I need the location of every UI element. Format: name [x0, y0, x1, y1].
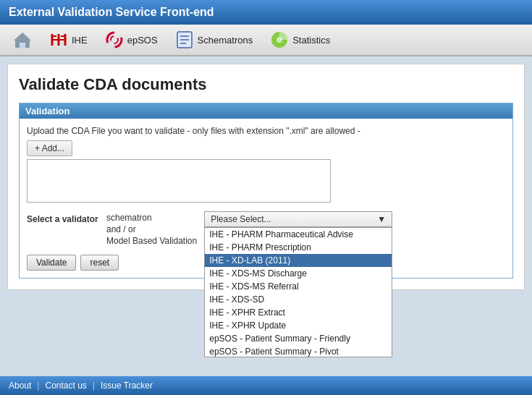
ihe-label: IHE: [72, 35, 88, 46]
validator-dropdown[interactable]: Please Select... ▼: [204, 211, 392, 227]
dropdown-option-8[interactable]: epSOS - Patient Summary - Friendly: [205, 332, 392, 345]
validator-type-andor: and / or: [106, 224, 197, 234]
dropdown-option-9[interactable]: epSOS - Patient Summary - Pivot: [205, 345, 392, 357]
reset-button[interactable]: reset: [80, 255, 119, 271]
validation-panel-body: Upload the CDA File you want to validate…: [20, 119, 512, 278]
dropdown-option-4[interactable]: IHE - XDS-MS Referral: [205, 280, 392, 293]
add-file-button[interactable]: + Add...: [27, 140, 72, 156]
svg-point-10: [111, 36, 118, 43]
dropdown-list[interactable]: IHE - PHARM Pharmaceutical Advise IHE - …: [204, 227, 392, 357]
ihe-icon: [49, 31, 68, 48]
dropdown-option-3[interactable]: IHE - XDS-MS Discharge: [205, 267, 392, 280]
sidebar-item-ihe[interactable]: IHE: [42, 28, 95, 51]
footer-sep-1: |: [37, 381, 39, 391]
statistics-label: Statistics: [292, 35, 330, 46]
select-validator-label: Select a validator: [27, 214, 99, 224]
app-header: External Validation Service Front-end: [0, 0, 532, 25]
svg-marker-1: [14, 33, 31, 41]
dropdown-option-0[interactable]: IHE - PHARM Pharmaceutical Advise: [205, 228, 392, 241]
svg-point-16: [276, 37, 282, 43]
main-content: Validate CDA documents Validation Upload…: [7, 64, 525, 290]
dropdown-placeholder: Please Select...: [211, 214, 271, 224]
dropdown-arrow-icon: ▼: [377, 214, 386, 224]
validator-type-schematron: schematron: [106, 213, 197, 223]
validator-types: schematron and / or Model Based Validati…: [106, 213, 197, 246]
navbar: IHE epSOS Schematrons Statistics: [0, 25, 532, 56]
app-title: External Validation Service Front-end: [9, 6, 214, 18]
home-icon: [13, 31, 32, 48]
epsos-label: epSOS: [127, 35, 158, 46]
sidebar-item-home[interactable]: [6, 28, 39, 51]
validator-section: Select a validator schematron and / or M…: [27, 211, 505, 246]
validation-panel: Validation Upload the CDA File you want …: [19, 103, 513, 279]
page-title: Validate CDA documents: [19, 75, 513, 94]
dropdown-option-5[interactable]: IHE - XDS-SD: [205, 293, 392, 306]
footer-about-link[interactable]: About: [9, 381, 31, 391]
validate-button[interactable]: Validate: [27, 255, 76, 271]
schematrons-label: Schematrons: [198, 35, 253, 46]
dropdown-option-6[interactable]: IHE - XPHR Extract: [205, 306, 392, 319]
footer-sep-2: |: [93, 381, 95, 391]
upload-instruction: Upload the CDA File you want to validate…: [27, 126, 505, 136]
footer-contact-link[interactable]: Contact us: [45, 381, 86, 391]
file-upload-area: [27, 159, 331, 203]
schematrons-icon: [175, 30, 194, 49]
footer-issue-tracker-link[interactable]: Issue Tracker: [101, 381, 153, 391]
svg-point-9: [107, 33, 122, 47]
statistics-icon: [270, 30, 289, 49]
svg-rect-2: [20, 43, 25, 48]
footer: About | Contact us | Issue Tracker: [0, 376, 532, 395]
validation-panel-header: Validation: [20, 103, 512, 119]
dropdown-option-2[interactable]: IHE - XD-LAB (2011): [205, 254, 392, 267]
sidebar-item-statistics[interactable]: Statistics: [263, 27, 337, 52]
validator-type-model: Model Based Validation: [106, 236, 197, 246]
validator-dropdown-container: Please Select... ▼ IHE - PHARM Pharmaceu…: [204, 211, 392, 227]
sidebar-item-schematrons[interactable]: Schematrons: [168, 27, 261, 52]
sidebar-item-epsos[interactable]: epSOS: [98, 27, 165, 52]
dropdown-option-1[interactable]: IHE - PHARM Prescription: [205, 241, 392, 254]
epsos-icon: [105, 30, 124, 49]
dropdown-option-7[interactable]: IHE - XPHR Update: [205, 319, 392, 332]
